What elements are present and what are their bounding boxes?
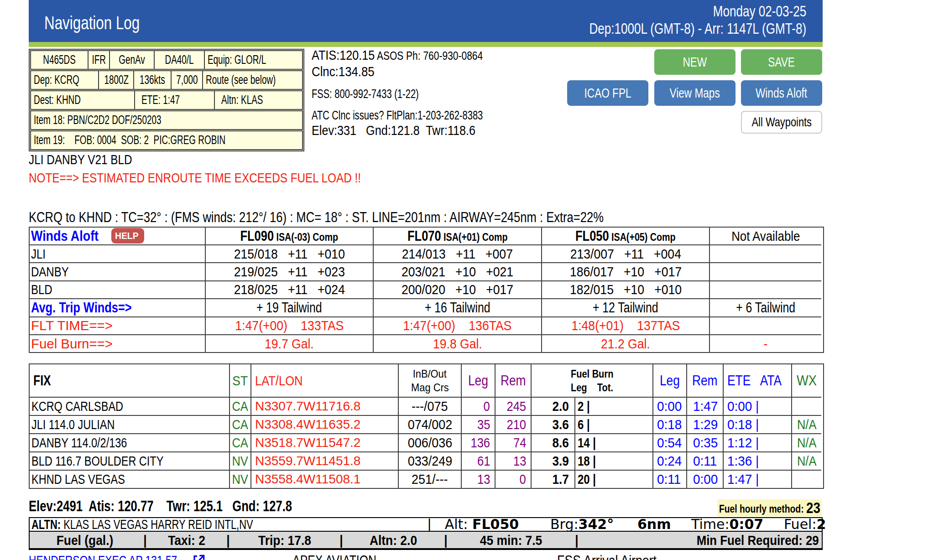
fb-tot-text: 2 | [578,399,590,414]
fix-magcrs: 074/002 [398,415,461,433]
crs-text: 006/036 [407,436,452,451]
fix-latlon: N3518.7W11547.2 [250,433,398,451]
rem2-text: 0:11 [693,453,717,469]
alternate-distance: 6nm [637,518,671,531]
fix-latlon: N3559.7W11451.8 [250,451,398,470]
wx-text: N/A [797,454,817,469]
v1-text: 218/025 +11 +024 [234,282,344,297]
avg-trip-winds-label: Avg. Trip Winds=> [30,298,205,316]
fbo-frequency-link[interactable]: HENDERSON EXEC AP 131.57 [29,553,177,560]
ete: ETE: 1:47 [134,91,214,109]
leg2-text: 0:00 [657,399,682,414]
alternate-airport: Altn: KLAS [214,91,302,109]
latlon-text: LAT/LON [255,373,303,389]
inb2-text: Mag Crs [411,381,449,394]
new-button[interactable]: NEW [654,49,736,75]
flt-time-empty [709,316,821,334]
fl-text: FL050 [575,228,609,244]
st-text: CA [232,399,248,414]
fix-magcrs: 251/--- [398,470,461,488]
rem-time-header: Rem [686,364,723,397]
separator: | [143,532,146,549]
all-waypoints-text: All Waypoints [751,115,811,130]
fix-latlon: N3307.7W11716.8 [250,397,398,415]
state-header: ST [229,364,250,397]
fix-header: FIX [30,364,229,397]
fix-latlon: N3308.4W11635.2 [250,415,398,433]
rem2-text: 0:00 [693,472,718,487]
leg-time-header: Leg [652,364,686,397]
min-fuel-required: Min Fuel Required: 29 [697,532,819,549]
fix-table: FIX ST LAT/LON InB/OutMag Crs Leg Rem Fu… [29,363,824,489]
leg2-text: Leg [660,373,680,389]
fix-text: DANBY 114.0/2/136 [31,436,127,451]
winds-row-fix: JLI [30,244,205,262]
alternate-bearing: Brg:342° [550,518,614,531]
leg2-text: 0:18 [657,417,682,432]
all-waypoints-button[interactable]: All Waypoints [741,111,822,134]
flt-time: 1:48(+01) 137TAS [541,316,709,334]
fix-wx: N/A [791,451,821,470]
route-ref-text: Route (see below) [206,71,276,89]
fix-wx: N/A [791,433,821,451]
winds-aloft-button[interactable]: Winds Aloft [741,80,822,106]
winds-value-empty [709,262,821,280]
rem2-text: 0:35 [693,435,718,451]
view-maps-button[interactable]: View Maps [654,80,736,106]
tail-text: N465DS [43,51,75,69]
fix-leg-dist: 13 [461,470,495,488]
item-18: Item 18: PBN/C2D2 DOF/250203 [31,111,302,129]
latlon-text: N3518.7W11547.2 [255,436,360,450]
fuel-gal-label: Fuel (gal.) [57,532,114,549]
cruise-speed: 136kts [133,71,171,89]
v1-text: 219/025 +11 +023 [234,264,344,280]
arrival-elev-freqs: Elev:2491 Atis: 120.77 Twr: 125.1 Gnd: 1… [29,497,292,515]
avg-trip-wind: + 6 Tailwind [709,298,821,316]
winds-row-fix: BLD [30,280,205,298]
leg-text: 35 [477,417,490,432]
ete-text: 1:12 | [727,435,759,451]
rem-text: 13 [513,453,526,469]
latlon-text: N3559.7W11451.8 [255,454,360,468]
cruise-altitude: 7,000 [171,71,202,89]
leg-text: Leg [468,373,488,389]
fix-rem-dist: 0 [495,470,531,488]
fuel-warning-note: NOTE==> ESTIMATED ENROUTE TIME EXCEEDS F… [29,170,361,186]
item18-text: Item 18: PBN/C2D2 DOF/250203 [34,111,161,129]
fix-leg-dist: 35 [461,415,495,433]
alternate-row: ALTN: KLAS LAS VEGAS HARRY REID INTL,NV … [29,517,823,532]
fb-tot-text: 20 | [578,472,596,487]
winds-header-label: Winds Aloft HELP [30,228,205,244]
fss-phone: FSS: 800-992-7433 (1-22) [312,87,419,101]
save-button[interactable]: SAVE [741,49,822,75]
icao-fpl-button[interactable]: ICAO FPL [567,80,648,106]
fuel-value-text: 2 [817,516,826,532]
leg-text: 61 [477,453,490,469]
avg-trip-wind: + 12 Tailwind [541,298,709,316]
ete-ata-header: ETE ATA [723,364,791,397]
clearance-freq: Clnc:134.85 [312,64,375,79]
fix-text: JLI 114.0 JULIAN [31,417,115,432]
atis-line: ATIS:120.15 ASOS Ph: 760-930-0864 [312,47,483,63]
winds-value: 213/007 +11 +004 [541,244,709,262]
crs-text: 033/249 [407,454,452,469]
reserve-45min-fuel: 45 min: 7.5 [480,532,542,549]
rem-text: 245 [506,399,526,414]
brg-label-text: Brg: [550,516,579,532]
rem-text: 0 [520,472,526,487]
col4-text: Not Available [731,228,800,244]
external-link-icon[interactable] [191,553,207,560]
fix-state: CA [229,433,250,451]
time-text: 1800Z [104,71,129,89]
help-button[interactable]: HELP [111,228,144,244]
fix-wx [791,470,821,488]
fix-latlon: N3558.4W11508.1 [250,470,398,488]
v1-text: 19.7 Gal. [265,336,314,352]
fix-fuel-total: 2 | [574,397,652,415]
fix-magcrs: ---/075 [398,397,461,415]
green-stripe [29,42,823,47]
flight-date: Monday 02-03-25 [589,3,806,20]
aircraft-text: DA40/L [165,51,193,69]
v1-text: + 19 Tailwind [256,300,322,316]
fuel-method-label: Fuel hourly method: [719,503,806,515]
